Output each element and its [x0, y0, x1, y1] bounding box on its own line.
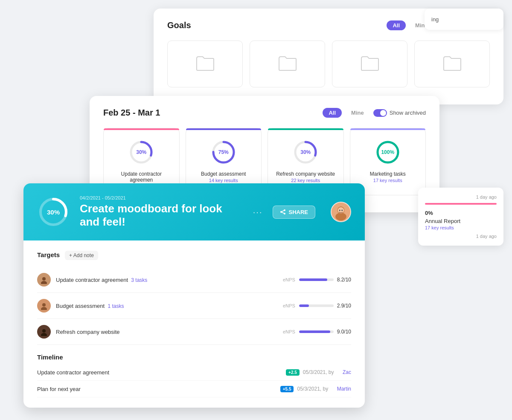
- goals-title: Goals: [167, 20, 191, 30]
- sprint-toggle-knob: [380, 110, 386, 116]
- goal-card-name-4: Marketing tasks: [370, 171, 406, 177]
- timeline-badge-1: +2.5: [286, 369, 300, 376]
- goal-card-name-3: Refresh company website: [276, 171, 335, 177]
- svg-point-25: [42, 329, 46, 333]
- svg-point-23: [42, 303, 46, 307]
- right-mid-time-ago-top: 1 day ago: [425, 194, 497, 200]
- target-avatar-1: [37, 273, 51, 287]
- timeline-name-2: Plan for next year: [37, 386, 277, 392]
- share-icon: [280, 209, 286, 215]
- sprint-header: Feb 25 - Mar 1 All Mine Show archived: [103, 108, 426, 118]
- sprint-filter-all[interactable]: All: [323, 108, 342, 118]
- donut-4: 100%: [375, 139, 401, 165]
- target-row-1: Update contractor agreement 3 tasks eNPS…: [37, 267, 351, 293]
- enps-value-1: 8.2/10: [337, 277, 351, 283]
- enps-wrap-1: eNPS 8.2/10: [283, 277, 351, 283]
- target-name-2: Budget assessment 1 tasks: [56, 303, 278, 309]
- goal-card-name-1: Update contractor agreemen: [109, 171, 174, 183]
- folder-icon-3: [361, 55, 379, 73]
- donut-pct-3: 30%: [300, 149, 311, 155]
- detail-card: 30% 04/2/2021 - 05/2/2021 Create moodboa…: [23, 183, 365, 408]
- detail-date: 04/2/2021 - 05/2/2021: [80, 195, 239, 200]
- timeline-user-1: Zac: [343, 369, 351, 375]
- big-donut-pct: 30%: [47, 209, 60, 216]
- sprint-title: Feb 25 - Mar 1: [103, 108, 160, 118]
- folder-item-3[interactable]: [332, 41, 407, 87]
- svg-point-26: [41, 333, 47, 336]
- goals-filter-all[interactable]: All: [387, 20, 406, 30]
- folder-item-2[interactable]: [250, 41, 325, 87]
- goal-card-sub-2: 14 key results: [209, 178, 238, 183]
- svg-point-19: [339, 210, 340, 211]
- enps-bar-fill-2: [299, 304, 309, 307]
- target-link-1[interactable]: 3 tasks: [131, 277, 147, 283]
- timeline-section: Timeline Update contractor agreement +2.…: [37, 353, 351, 397]
- enps-label-2: eNPS: [283, 303, 296, 308]
- enps-bar-fill-3: [299, 330, 330, 333]
- target-link-2[interactable]: 1 tasks: [108, 303, 124, 309]
- share-button[interactable]: SHARE: [273, 206, 315, 219]
- detail-body: Targets + Add note Update contractor agr…: [23, 240, 365, 408]
- target-row-2: Budget assessment 1 tasks eNPS 2.9/10: [37, 293, 351, 319]
- right-top-card: ing: [425, 9, 503, 30]
- donut-2: 75%: [211, 139, 236, 165]
- svg-point-24: [41, 307, 47, 310]
- svg-point-21: [42, 277, 46, 281]
- goal-card-sub-4: 17 key results: [373, 178, 402, 183]
- big-donut: 30%: [37, 196, 70, 228]
- timeline-date-2: 05/3/2021, by: [297, 386, 328, 392]
- svg-point-17: [335, 213, 346, 220]
- donut-3: 30%: [293, 139, 318, 165]
- add-note-button[interactable]: + Add note: [65, 251, 98, 260]
- enps-value-3: 9.0/10: [337, 329, 351, 335]
- donut-pct-4: 100%: [381, 149, 394, 155]
- enps-bar-bg-2: [299, 304, 334, 307]
- target-name-3: Refresh company website: [56, 329, 278, 335]
- sprint-archive-toggle[interactable]: [373, 109, 387, 117]
- timeline-name-1: Update contractor agreement: [37, 369, 282, 376]
- sprint-filter-mine[interactable]: Mine: [345, 108, 370, 118]
- detail-more-icon[interactable]: ···: [253, 207, 263, 217]
- enps-value-2: 2.9/10: [337, 303, 351, 309]
- timeline-user-2: Martin: [337, 386, 351, 392]
- timeline-row-2: Plan for next year +5.5 05/3/2021, by Ma…: [37, 381, 351, 397]
- donut-1: 30%: [128, 139, 154, 165]
- sprint-toggle-label: Show archived: [390, 110, 426, 116]
- svg-point-18: [338, 207, 344, 214]
- timeline-badge-2: +5.5: [280, 386, 294, 392]
- detail-header-text: 04/2/2021 - 05/2/2021 Create moodboard f…: [80, 195, 239, 229]
- folder-item-4[interactable]: [414, 41, 490, 87]
- sprint-toggle-wrap: Show archived: [373, 109, 426, 117]
- donut-pct-2: 75%: [218, 149, 229, 155]
- target-avatar-3: [37, 325, 51, 339]
- target-name-1: Update contractor agreement 3 tasks: [56, 277, 278, 283]
- goal-card-name-2: Budget assessment: [201, 171, 246, 177]
- detail-header: 30% 04/2/2021 - 05/2/2021 Create moodboa…: [23, 183, 365, 240]
- detail-title: Create moodboard for look and feel!: [80, 202, 239, 229]
- right-mid-key-results: 17 key results: [425, 225, 497, 230]
- enps-label-3: eNPS: [283, 329, 296, 334]
- svg-line-14: [281, 212, 285, 214]
- right-mid-bar: [425, 203, 497, 205]
- right-mid-time-ago-bottom: 1 day ago: [425, 234, 497, 239]
- svg-point-20: [341, 210, 343, 211]
- right-top-label: ing: [431, 16, 439, 23]
- targets-header: Targets + Add note: [37, 251, 351, 260]
- folder-icon-2: [278, 55, 297, 73]
- right-mid-card: 1 day ago 0% Annual Report 17 key result…: [418, 188, 503, 246]
- timeline-title: Timeline: [37, 353, 351, 361]
- sprint-filter-group: All Mine Show archived: [323, 108, 426, 118]
- goal-card-sub-3: 22 key results: [291, 178, 320, 183]
- folder-item-1[interactable]: [167, 41, 243, 87]
- svg-line-13: [281, 210, 285, 212]
- avatar-image: [332, 202, 350, 222]
- target-avatar-2: [37, 299, 51, 313]
- avatar: [331, 202, 351, 222]
- timeline-date-1: 05/3/2021, by: [303, 369, 334, 375]
- right-mid-pct: 0%: [425, 210, 433, 216]
- enps-bar-bg-1: [299, 278, 334, 281]
- goals-folder-row: [167, 41, 490, 87]
- timeline-row-1: Update contractor agreement +2.5 05/3/20…: [37, 364, 351, 381]
- enps-bar-bg-3: [299, 330, 334, 333]
- enps-wrap-3: eNPS 9.0/10: [283, 329, 351, 335]
